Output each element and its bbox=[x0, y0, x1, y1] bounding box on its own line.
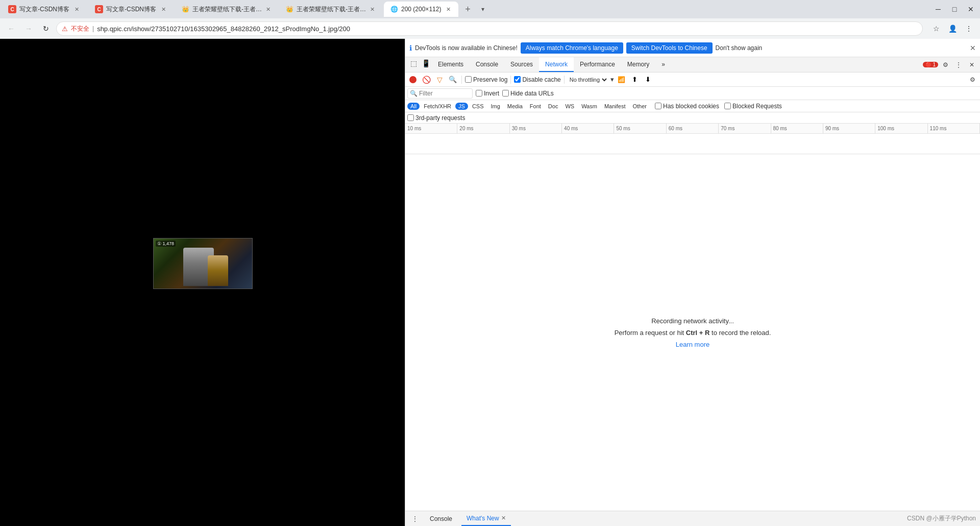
page-area: ① 1,478 bbox=[0, 39, 405, 526]
preserve-log-label[interactable]: Preserve log bbox=[465, 76, 507, 83]
tab-5-close[interactable]: ✕ bbox=[444, 5, 452, 13]
reload-button[interactable]: ↻ bbox=[39, 21, 53, 36]
hide-data-urls-checkbox[interactable] bbox=[502, 90, 509, 97]
tab-more[interactable]: » bbox=[655, 57, 671, 72]
disable-cache-checkbox[interactable] bbox=[514, 76, 521, 83]
tab-1-icon: C bbox=[8, 5, 16, 13]
disable-cache-label[interactable]: Disable cache bbox=[514, 76, 560, 83]
third-party-label[interactable]: 3rd-party requests bbox=[407, 114, 465, 122]
back-button[interactable]: ← bbox=[4, 21, 18, 36]
type-doc-button[interactable]: Doc bbox=[545, 103, 561, 110]
tab-3-close[interactable]: ✕ bbox=[265, 5, 272, 13]
element-picker-button[interactable]: ⬚ bbox=[407, 57, 420, 69]
forward-button[interactable]: → bbox=[21, 21, 36, 36]
mark-40ms: 40 ms bbox=[562, 124, 614, 133]
tab-elements[interactable]: Elements bbox=[432, 57, 470, 72]
tab-1[interactable]: C 写文章-CSDN博客 ✕ bbox=[2, 2, 87, 17]
mark-70ms: 70 ms bbox=[719, 124, 771, 133]
online-icon-button[interactable]: 📶 bbox=[616, 74, 627, 85]
record-button[interactable] bbox=[407, 74, 419, 85]
close-button[interactable]: ✕ bbox=[964, 2, 978, 16]
tab-2-title: 写文章-CSDN博客 bbox=[106, 5, 156, 14]
filter-toggle-button[interactable]: ▽ bbox=[434, 74, 445, 85]
invert-checkbox-label[interactable]: Invert bbox=[476, 90, 499, 97]
learn-more-link[interactable]: Learn more bbox=[676, 341, 709, 348]
tab-4-title: 王者荣耀壁纸下载-王者荣耀官方 bbox=[297, 5, 366, 14]
tab-3[interactable]: 👑 王者荣耀壁纸下载-王者荣耀官方 ✕ bbox=[176, 2, 278, 17]
recording-area: Recording network activity... Perform a … bbox=[405, 154, 980, 511]
settings-network-button[interactable]: ⚙ bbox=[967, 74, 978, 85]
has-blocked-cookies-label[interactable]: Has blocked cookies bbox=[655, 103, 719, 110]
tab-performance[interactable]: Performance bbox=[574, 57, 621, 72]
mark-10ms: 10 ms bbox=[405, 124, 457, 133]
recording-hint-key: Ctrl + R bbox=[686, 329, 710, 337]
more-options-button[interactable]: ⋮ bbox=[952, 59, 965, 71]
profile-button[interactable]: 👤 bbox=[945, 21, 960, 36]
game-image-placeholder: ① 1,478 bbox=[154, 238, 252, 289]
blocked-requests-label[interactable]: Blocked Requests bbox=[724, 103, 782, 110]
device-toolbar-button[interactable]: 📱 bbox=[420, 57, 432, 69]
bottom-menu-icon[interactable]: ⋮ bbox=[409, 513, 421, 524]
address-bar: ← → ↻ ⚠ 不安全 | shp.qpic.cn/ishow/27351027… bbox=[0, 18, 980, 39]
maximize-button[interactable]: □ bbox=[947, 2, 962, 16]
network-toolbar: 🚫 ▽ 🔍 Preserve log Disable cache No thro… bbox=[405, 73, 980, 87]
tab-5[interactable]: 🌐 200 (200×112) ✕ bbox=[384, 2, 458, 17]
type-font-button[interactable]: Font bbox=[527, 103, 544, 110]
hide-data-urls-label[interactable]: Hide data URLs bbox=[502, 90, 554, 97]
type-wasm-button[interactable]: Wasm bbox=[578, 103, 600, 110]
tabs-overflow-button[interactable]: ▾ bbox=[477, 3, 489, 15]
recording-hint: Perform a request or hit Ctrl + R to rec… bbox=[615, 329, 771, 337]
tab-4[interactable]: 👑 王者荣耀壁纸下载-王者荣耀官方 ✕ bbox=[280, 2, 382, 17]
close-devtools-button[interactable]: ✕ bbox=[966, 59, 978, 71]
type-manifest-button[interactable]: Manifest bbox=[601, 103, 629, 110]
type-filter-bar: All Fetch/XHR JS CSS Img Media Font Doc … bbox=[405, 100, 980, 112]
export-button[interactable]: ⬇ bbox=[643, 74, 654, 85]
type-all-button[interactable]: All bbox=[407, 103, 420, 110]
tab-console[interactable]: Console bbox=[470, 57, 504, 72]
filter-input[interactable] bbox=[419, 90, 470, 97]
toolbar-separator-3 bbox=[564, 76, 565, 84]
type-css-button[interactable]: CSS bbox=[469, 103, 487, 110]
tab-1-close[interactable]: ✕ bbox=[72, 5, 81, 13]
menu-button[interactable]: ⋮ bbox=[962, 21, 976, 36]
new-tab-button[interactable]: + bbox=[460, 2, 475, 16]
preserve-log-checkbox[interactable] bbox=[465, 76, 472, 83]
type-ws-button[interactable]: WS bbox=[562, 103, 577, 110]
notification-close-button[interactable]: ✕ bbox=[970, 44, 976, 52]
always-match-language-button[interactable]: Always match Chrome's language bbox=[521, 42, 623, 54]
minimize-button[interactable]: ─ bbox=[931, 2, 945, 16]
devtools-tabs: ⬚ 📱 Elements Console Sources Network Per… bbox=[405, 57, 980, 73]
devtools-notification: ℹ DevTools is now available in Chinese! … bbox=[405, 39, 980, 57]
devtools-tab-icons: 🔴 1 ⚙ ⋮ ✕ bbox=[923, 57, 978, 72]
whats-new-close-button[interactable]: ✕ bbox=[501, 515, 506, 521]
type-media-button[interactable]: Media bbox=[504, 103, 526, 110]
tab-4-close[interactable]: ✕ bbox=[369, 5, 376, 13]
type-fetchxhr-button[interactable]: Fetch/XHR bbox=[421, 103, 454, 110]
dont-show-again-button[interactable]: Don't show again bbox=[716, 44, 763, 52]
tab-sources[interactable]: Sources bbox=[504, 57, 539, 72]
throttle-dropdown-icon[interactable]: ▾ bbox=[610, 76, 614, 83]
tab-memory[interactable]: Memory bbox=[621, 57, 655, 72]
tab-2-close[interactable]: ✕ bbox=[159, 5, 167, 13]
search-button[interactable]: 🔍 bbox=[447, 74, 458, 85]
bottom-console-tab[interactable]: Console bbox=[425, 512, 457, 526]
type-js-button[interactable]: JS bbox=[455, 103, 468, 110]
switch-to-chinese-button[interactable]: Switch DevTools to Chinese bbox=[626, 42, 713, 54]
tab-network[interactable]: Network bbox=[539, 57, 574, 72]
import-button[interactable]: ⬆ bbox=[629, 74, 641, 85]
third-party-checkbox[interactable] bbox=[407, 114, 414, 121]
tab-1-title: 写文章-CSDN博客 bbox=[19, 5, 69, 14]
tab-2[interactable]: C 写文章-CSDN博客 ✕ bbox=[89, 2, 174, 17]
type-other-button[interactable]: Other bbox=[629, 103, 650, 110]
url-separator: | bbox=[92, 25, 94, 32]
has-blocked-cookies-checkbox[interactable] bbox=[655, 103, 662, 109]
settings-button[interactable]: ⚙ bbox=[939, 59, 951, 71]
blocked-requests-checkbox[interactable] bbox=[724, 103, 731, 109]
throttle-select[interactable]: No throttling bbox=[568, 76, 608, 83]
invert-checkbox[interactable] bbox=[476, 90, 482, 97]
type-img-button[interactable]: Img bbox=[488, 103, 503, 110]
clear-button[interactable]: 🚫 bbox=[421, 74, 432, 85]
bookmark-button[interactable]: ☆ bbox=[929, 21, 943, 36]
url-bar[interactable]: ⚠ 不安全 | shp.qpic.cn/ishow/2735102710/163… bbox=[56, 21, 923, 36]
bottom-whats-new-tab[interactable]: What's New ✕ bbox=[461, 512, 511, 526]
